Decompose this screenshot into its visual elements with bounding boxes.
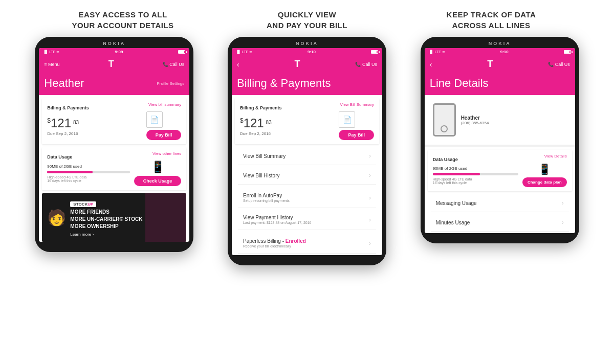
phone-1-status-bar: ▐▌ LTE ≋ 9:09 xyxy=(39,48,189,56)
phone-3-nav: ‹ T 📞 Call Us xyxy=(425,56,575,73)
call-us-button-3[interactable]: 📞 Call Us xyxy=(548,62,570,67)
data-card-1: Data Usage View other lines 90MB of 2GB … xyxy=(42,147,186,190)
menu-item-view-bill-history[interactable]: View Bill History › xyxy=(238,167,376,185)
phone-2-screen: ▐▌ LTE ≋ 9:10 ‹ T 📞 Call Us Billing & Pa… xyxy=(232,48,382,255)
menu-item-messaging-usage[interactable]: Messaging Usage › xyxy=(431,194,569,212)
menu-item-autopay[interactable]: Enroll in AutoPay Setup recurring bill p… xyxy=(238,188,376,208)
phone-2-brand: NOKIA xyxy=(232,41,382,46)
pay-bill-button-1[interactable]: Pay Bill xyxy=(146,130,182,140)
menu-item-minutes-usage[interactable]: Minutes Usage › xyxy=(431,214,569,232)
phone-2-nav: ‹ T 📞 Call Us xyxy=(232,56,382,73)
menu-item-payment-history[interactable]: View Payment History Last payment: $123.… xyxy=(238,210,376,230)
phone-3-brand: NOKIA xyxy=(425,41,575,46)
view-details-link[interactable]: View Details xyxy=(544,154,567,158)
tmobile-logo-2: T xyxy=(295,59,300,70)
back-button-2[interactable]: ‹ xyxy=(237,60,239,69)
header-col3: KEEP TRACK OF DATA ACROSS ALL LINES xyxy=(399,9,583,31)
learn-more-link[interactable]: Learn more › xyxy=(70,232,142,237)
billing-menu-group: View Bill Summary › View Bill History › … xyxy=(235,147,379,254)
phone-2: NOKIA ▐▌ LTE ≋ 9:10 ‹ T 📞 Call Us xyxy=(228,37,386,265)
phone-usage-icon-1: 📱 xyxy=(134,161,182,174)
phone-1-hero: Heather Profile Settings xyxy=(39,73,189,95)
profile-settings-link[interactable]: Profile Settings xyxy=(157,81,185,86)
call-us-button-2[interactable]: 📞 Call Us xyxy=(355,62,377,67)
call-us-button-1[interactable]: 📞 Call Us xyxy=(163,62,185,67)
billing-card-1: Billing & Payments View bill summary $12… xyxy=(42,98,186,144)
menu-item-view-bill-summary[interactable]: View Bill Summary › xyxy=(238,147,376,165)
bill-icon-2: 📄 xyxy=(339,111,355,128)
battery-icon-3 xyxy=(564,50,571,54)
phone-2-hero-title: Billing & Payments xyxy=(237,77,331,89)
device-icon-3 xyxy=(433,103,456,136)
bill-amount-1: $121 83 xyxy=(47,116,79,130)
phone-1-brand: NOKIA xyxy=(39,41,189,46)
header-col1: EASY ACCESS TO ALL YOUR ACCOUNT DETAILS xyxy=(31,9,215,31)
menu-item-paperless-billing[interactable]: Paperless Billing - Enrolled Receive you… xyxy=(238,233,376,254)
battery-icon-1 xyxy=(178,50,185,54)
battery-icon-2 xyxy=(371,50,378,54)
page-container: EASY ACCESS TO ALL YOUR ACCOUNT DETAILS … xyxy=(0,0,614,364)
view-bill-summary-link-2[interactable]: View Bill Summary xyxy=(340,102,374,107)
bill-amount-2: $121 83 xyxy=(240,116,272,130)
phone-1-hero-title: Heather xyxy=(44,77,84,90)
phone-3-hero: Line Details xyxy=(425,73,575,95)
tmobile-logo-3: T xyxy=(487,59,493,70)
phone-usage-icon-3: 📱 xyxy=(522,163,567,175)
view-other-lines-link[interactable]: View other lines xyxy=(152,151,181,156)
phone-1-nav: ≡ Menu T 📞 Call Us xyxy=(39,56,189,73)
tmobile-logo-1: T xyxy=(108,59,114,70)
change-data-plan-button[interactable]: Change data plan xyxy=(522,177,567,187)
phones-row: NOKIA ▐▌ LTE ≋ 9:09 ≡ Menu T 📞 Call Us xyxy=(0,37,614,265)
back-button-3[interactable]: ‹ xyxy=(430,60,432,69)
phone-2-status-bar: ▐▌ LTE ≋ 9:10 xyxy=(232,48,382,56)
billing-card-2: Billing & Payments View Bill Summary $12… xyxy=(235,98,379,144)
headers-row: EASY ACCESS TO ALL YOUR ACCOUNT DETAILS … xyxy=(0,0,614,37)
phone-3-hero-title: Line Details xyxy=(430,77,489,89)
phone-2-hero: Billing & Payments xyxy=(232,73,382,95)
ad-banner: 🧑 STOCKUP MORE FRIENDS MORE UN-CARRIER® … xyxy=(42,193,186,242)
pay-bill-button-2[interactable]: Pay Bill xyxy=(339,130,374,140)
phone-3-screen: ▐▌ LTE ≋ 9:10 ‹ T 📞 Call Us Line Details xyxy=(425,48,575,233)
header-col2: QUICKLY VIEW AND PAY YOUR BILL xyxy=(215,9,399,31)
bill-icon-1: 📄 xyxy=(146,111,163,128)
phone-1: NOKIA ▐▌ LTE ≋ 9:09 ≡ Menu T 📞 Call Us xyxy=(35,37,193,252)
phone-1-screen: ▐▌ LTE ≋ 9:09 ≡ Menu T 📞 Call Us Hea xyxy=(39,48,189,242)
menu-button-1[interactable]: ≡ Menu xyxy=(44,62,59,67)
line-menu-group: Messaging Usage › Minutes Usage › xyxy=(428,194,572,232)
line-details-card: Heather (206) 355-6354 xyxy=(428,98,572,142)
phone-3-status-bar: ▐▌ LTE ≋ 9:10 xyxy=(425,48,575,56)
data-card-3: Data Usage View Details 90MB of 2GB used… xyxy=(428,150,572,191)
check-usage-button[interactable]: Check Usage xyxy=(134,176,182,186)
ad-person: 🧑 xyxy=(47,209,66,226)
phone-3: NOKIA ▐▌ LTE ≋ 9:10 ‹ T 📞 Call Us xyxy=(421,37,579,243)
view-bill-summary-link-1[interactable]: View bill summary xyxy=(148,102,181,107)
